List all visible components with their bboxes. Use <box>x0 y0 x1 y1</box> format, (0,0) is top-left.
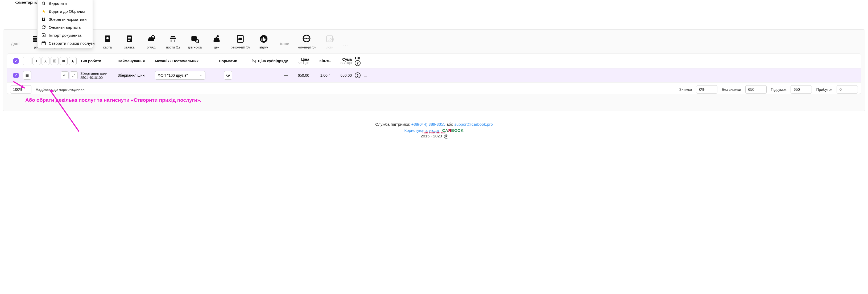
menu-import-label: Імпорт документа <box>49 33 82 37</box>
car-lift-icon <box>168 34 178 44</box>
svg-text:LOG: LOG <box>328 38 334 41</box>
svg-marker-5 <box>21 85 25 88</box>
col-subprice: Ціна субпідряду <box>243 59 288 63</box>
header-menu-button[interactable] <box>23 57 31 65</box>
tool-recom[interactable]: реком-ції (0) <box>227 32 253 51</box>
tool-request[interactable]: заявка <box>118 32 140 51</box>
svg-point-22 <box>308 38 309 39</box>
select-all-checkbox[interactable] <box>13 58 19 64</box>
tool-button[interactable] <box>61 71 69 79</box>
support-email[interactable]: support@carbook.pro <box>454 122 493 126</box>
row-qty: 1.00 г. <box>309 73 331 78</box>
tool-logs[interactable]: LOG логи <box>319 32 341 51</box>
footer-years: 2015 - 2023 <box>421 134 442 138</box>
context-menu: Видалити ★ Додати до Обраних Зберегти но… <box>37 0 93 49</box>
col-qty: Кіл-ть <box>309 59 331 63</box>
import-icon <box>41 33 46 37</box>
row-sum: 650.00 <box>331 73 352 78</box>
col-mechanic: Механік / Постачальник <box>155 59 213 63</box>
edit-button[interactable] <box>70 71 78 79</box>
svg-rect-2 <box>43 18 44 19</box>
subtotal-label: Підсумок <box>771 87 786 92</box>
mechanic-button[interactable] <box>41 57 50 65</box>
nodisc-label: Без знижки <box>722 87 741 92</box>
registered-icon: R <box>444 135 448 139</box>
tool-diag[interactable]: діагно-ка <box>184 32 206 51</box>
row-menu-button[interactable] <box>23 71 31 80</box>
thumb-up-icon <box>259 34 269 44</box>
star-icon: ★ <box>41 9 46 13</box>
svg-point-1 <box>43 19 44 20</box>
svg-point-25 <box>45 60 46 61</box>
menu-favorite[interactable]: ★ Додати до Обраних <box>37 7 93 15</box>
services-table: ★ Тип роботи Найменування Механік / Пост… <box>7 54 861 94</box>
table-row: Зберігання шин 8501-4010100 Зберігання ш… <box>7 68 861 83</box>
svg-marker-7 <box>50 90 54 93</box>
section-other-label: Інше <box>275 32 294 46</box>
clock-icon <box>226 73 230 78</box>
tool-review[interactable]: відгук <box>253 32 275 51</box>
menu-update-cost-label: Оновити вартість <box>49 25 81 30</box>
mechanic-select[interactable]: ФОП "100 друзів" <box>155 71 206 80</box>
section-data-label: Дані <box>7 32 25 46</box>
row-help-icon[interactable]: ? <box>355 72 361 78</box>
refresh-icon <box>41 25 46 30</box>
row-price: 650.00 <box>288 73 309 78</box>
menu-import[interactable]: Імпорт документа <box>37 31 93 39</box>
discount-input[interactable] <box>696 85 717 94</box>
svg-rect-3 <box>42 42 45 45</box>
add-button[interactable] <box>32 57 40 65</box>
support-phone[interactable]: +38(044) 389-3355 <box>411 122 445 126</box>
chat-icon <box>302 34 312 44</box>
row-code-link[interactable]: 8501-4010100 <box>80 76 118 80</box>
toolbar: Дані рія задачі (0) Процеси карта заявка… <box>7 32 861 51</box>
tool-map[interactable]: карта <box>97 32 118 51</box>
nodisc-input[interactable] <box>745 85 767 94</box>
row-more-icon[interactable] <box>364 73 368 77</box>
col-name: Найменування <box>118 59 155 63</box>
svg-line-16 <box>198 42 199 42</box>
details-button[interactable] <box>51 57 59 65</box>
col-type: Тип роботи <box>80 59 118 63</box>
profit-input[interactable] <box>837 85 858 94</box>
main-panel: Дані рія задачі (0) Процеси карта заявка… <box>3 29 865 111</box>
engine-search-icon <box>190 34 200 44</box>
car-search-icon <box>146 34 156 44</box>
menu-create-income[interactable]: Створити прихід послуги <box>37 39 93 47</box>
map-icon <box>102 34 113 44</box>
help-icon[interactable]: ? <box>355 60 361 66</box>
tool-posts[interactable]: пости (1) <box>162 32 184 51</box>
subtotal-input[interactable] <box>790 85 812 94</box>
menu-favorite-label: Додати до Обраних <box>49 9 85 13</box>
row-name: Зберігання шин <box>118 73 155 78</box>
tool-inspect[interactable]: огляд <box>140 32 162 51</box>
log-icon: LOG <box>324 34 335 44</box>
favorite-button[interactable]: ★ <box>69 57 76 65</box>
menu-save-norms-label: Зберегти нормативи <box>49 17 87 22</box>
svg-point-21 <box>306 38 307 39</box>
row-type: Зберігання шин 8501-4010100 <box>80 71 118 80</box>
save-icon <box>41 17 46 22</box>
menu-delete[interactable]: Видалити <box>37 0 93 7</box>
menu-save-norms[interactable]: Зберегти нормативи <box>37 15 93 23</box>
chevron-down-icon <box>199 74 203 77</box>
document-icon <box>124 34 134 44</box>
toolbar-more[interactable]: … <box>341 32 350 48</box>
svg-point-15 <box>195 39 198 42</box>
svg-line-6 <box>50 90 79 131</box>
page-footer: Служба підтримки: +38(044) 389-3355 або … <box>0 111 868 144</box>
barcode-button[interactable] <box>60 57 68 65</box>
tool-comments[interactable]: комен-рі (0) <box>294 32 319 51</box>
col-norm: Норматив <box>213 59 243 63</box>
clipboard-car-icon <box>235 34 245 44</box>
svg-point-10 <box>106 37 109 39</box>
table-footer: Надбавка до нормо-годинин Знижка Без зни… <box>7 83 861 94</box>
calendar-plus-icon <box>41 41 46 46</box>
menu-update-cost[interactable]: Оновити вартість <box>37 23 93 31</box>
wrench-car-icon <box>212 34 222 44</box>
norm-clock-button[interactable] <box>224 71 232 80</box>
tool-shop[interactable]: цех <box>206 32 227 51</box>
row-checkbox[interactable] <box>13 73 19 78</box>
comments-label: Коментарі кл <box>14 0 38 4</box>
annotation-text: Або обрати декілька послуг та натиснути … <box>7 94 861 103</box>
